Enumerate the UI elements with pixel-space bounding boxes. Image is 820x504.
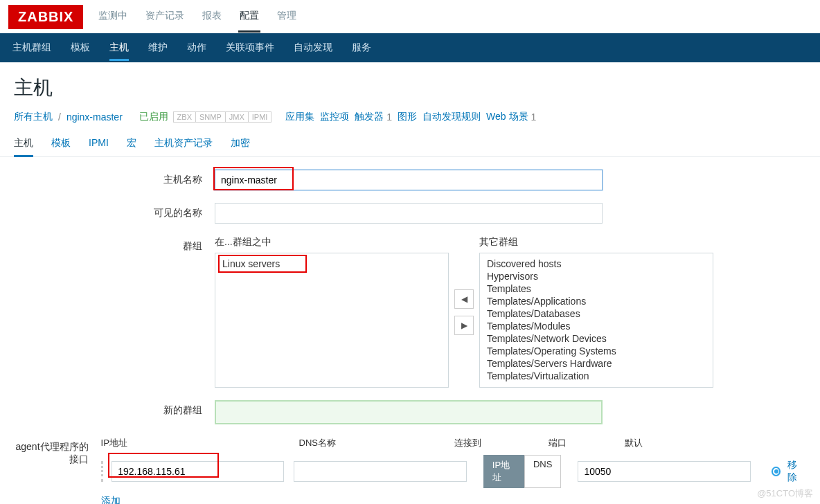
move-left-button[interactable]: ◀ (454, 289, 474, 309)
col-ip: IP地址 (101, 437, 299, 449)
connect-ip-button[interactable]: IP地址 (483, 455, 524, 488)
web-count: 1 (531, 111, 537, 123)
topnav-inventory[interactable]: 资产记录 (144, 1, 186, 33)
availability-badges: ZBX SNMP JMX IPMI (174, 111, 272, 123)
col-default: 默认 (625, 437, 666, 449)
tab-inventory[interactable]: 主机资产记录 (154, 132, 213, 156)
link-discovery-rules[interactable]: 自动发现规则 (422, 111, 481, 123)
col-port: 端口 (549, 437, 625, 449)
badge-zbx: ZBX (173, 111, 196, 123)
list-item[interactable]: Templates (487, 282, 706, 295)
list-item[interactable]: Templates/Applications (487, 295, 706, 307)
list-item[interactable]: Linux servers (222, 258, 441, 270)
badge-snmp: SNMP (195, 111, 226, 123)
topnav-administration[interactable]: 管理 (276, 1, 298, 33)
col-connect: 连接到 (454, 437, 549, 449)
subnav-services[interactable]: 服务 (352, 35, 371, 61)
col-dns: DNS名称 (299, 437, 454, 449)
logo[interactable]: ZABBIX (8, 5, 83, 29)
subnav-templates[interactable]: 模板 (71, 35, 90, 61)
host-name-input[interactable] (215, 170, 603, 190)
iface-header: IP地址 DNS名称 连接到 端口 默认 (101, 437, 806, 449)
link-items[interactable]: 监控项 (320, 111, 349, 123)
remove-interface-link[interactable]: 移除 (787, 459, 806, 484)
ip-input[interactable] (112, 461, 284, 482)
crumb-sep: / (58, 111, 61, 123)
page-title: 主机 (0, 62, 820, 108)
tab-templates[interactable]: 模板 (51, 132, 71, 156)
triggers-count: 1 (386, 111, 392, 123)
list-item[interactable]: Discovered hosts (487, 258, 706, 270)
drag-handle-icon[interactable] (101, 461, 109, 482)
link-triggers[interactable]: 触发器 (355, 111, 384, 123)
subnav-discovery[interactable]: 自动发现 (294, 35, 332, 61)
visible-name-input[interactable] (215, 203, 603, 224)
list-item[interactable]: Templates/Servers Hardware (487, 357, 706, 370)
subnav-actions[interactable]: 动作 (187, 35, 206, 61)
subnav-hostgroups[interactable]: 主机群组 (12, 35, 51, 61)
in-groups-label: 在...群组之中 (215, 236, 449, 249)
list-item[interactable]: Hypervisors (487, 270, 706, 282)
default-radio[interactable] (772, 467, 781, 476)
link-applications[interactable]: 应用集 (285, 111, 314, 123)
new-group-input[interactable] (215, 400, 603, 424)
host-status: 已启用 (139, 111, 168, 123)
topnav-reports[interactable]: 报表 (201, 1, 223, 33)
subnav-hosts[interactable]: 主机 (109, 35, 129, 61)
tab-macros[interactable]: 宏 (127, 132, 136, 156)
list-item[interactable]: Templates/Network Devices (487, 332, 706, 345)
list-item[interactable]: Templates/Operating Systems (487, 345, 706, 357)
config-tabs: 主机 模板 IPMI 宏 主机资产记录 加密 (0, 132, 820, 157)
visible-name-label: 可见的名称 (14, 203, 215, 219)
link-graphs[interactable]: 图形 (398, 111, 417, 123)
crumb-host[interactable]: nginx-master (66, 111, 123, 123)
move-right-button[interactable]: ▶ (454, 316, 474, 335)
breadcrumb: 所有主机 / nginx-master 已启用 ZBX SNMP JMX IPM… (0, 108, 820, 132)
connect-toggle: IP地址 DNS (483, 455, 562, 488)
subnav-correlation[interactable]: 关联项事件 (226, 35, 274, 61)
badge-ipmi: IPMI (248, 111, 272, 123)
watermark: @51CTO博客 (757, 487, 813, 500)
topnav-monitoring[interactable]: 监测中 (97, 1, 129, 33)
tab-encryption[interactable]: 加密 (231, 132, 250, 156)
add-interface-link[interactable]: 添加 (101, 495, 121, 504)
groups-label: 群组 (14, 236, 215, 253)
subnav-maintenance[interactable]: 维护 (148, 35, 168, 61)
crumb-all-hosts[interactable]: 所有主机 (14, 111, 53, 123)
other-groups-label: 其它群组 (479, 236, 713, 249)
tab-ipmi[interactable]: IPMI (89, 132, 109, 156)
list-item[interactable]: Templates/Virtualization (487, 370, 706, 382)
other-groups-list[interactable]: Discovered hosts Hypervisors Templates T… (479, 253, 713, 388)
tab-host[interactable]: 主机 (14, 132, 33, 157)
connect-dns-button[interactable]: DNS (524, 455, 561, 488)
badge-jmx: JMX (225, 111, 249, 123)
link-web[interactable]: Web 场景 (486, 111, 528, 123)
agent-interface-label: agent代理程序的接口 (14, 437, 101, 466)
dns-input[interactable] (294, 461, 466, 482)
in-groups-list[interactable]: Linux servers (215, 253, 449, 388)
list-item[interactable]: Templates/Modules (487, 320, 706, 332)
port-input[interactable] (578, 461, 750, 482)
list-item[interactable]: Templates/Databases (487, 307, 706, 320)
topnav-configuration[interactable]: 配置 (238, 1, 260, 33)
new-group-label: 新的群组 (14, 400, 215, 417)
sub-nav: 主机群组 模板 主机 维护 动作 关联项事件 自动发现 服务 (0, 33, 820, 62)
top-nav: 监测中 资产记录 报表 配置 管理 (97, 1, 298, 33)
host-name-label: 主机名称 (14, 170, 215, 186)
